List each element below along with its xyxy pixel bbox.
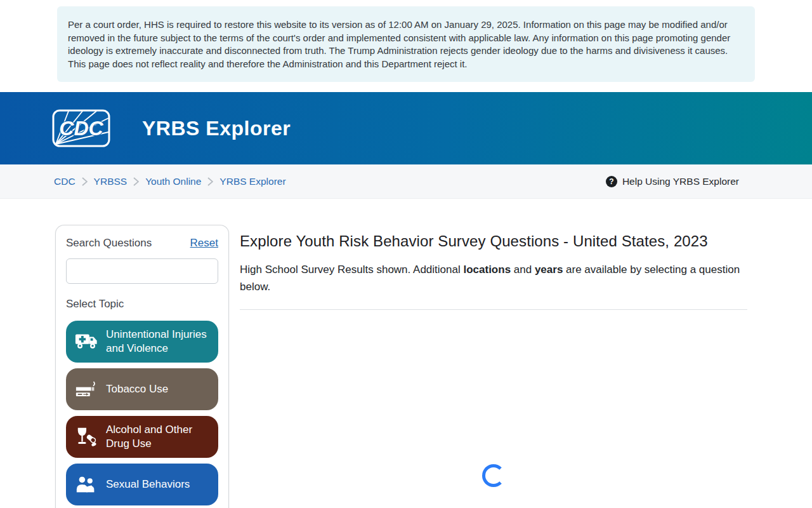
- help-link[interactable]: ? Help Using YRBS Explorer: [606, 176, 739, 187]
- reset-link[interactable]: Reset: [190, 237, 218, 250]
- wine-glass-pill-icon: [74, 426, 100, 448]
- breadcrumb-link-youth-online[interactable]: Youth Online: [145, 176, 201, 187]
- search-questions-label: Search Questions: [66, 237, 152, 250]
- main-subtitle: High School Survey Results shown. Additi…: [240, 261, 747, 295]
- topic-button-label: Tobacco Use: [106, 382, 168, 396]
- app-header: CDC YRBS Explorer: [0, 92, 812, 164]
- topic-button-alcohol-drug-use[interactable]: Alcohol and Other Drug Use: [66, 416, 218, 458]
- help-link-label: Help Using YRBS Explorer: [622, 176, 739, 187]
- search-input[interactable]: [66, 258, 218, 284]
- chevron-right-icon: [82, 177, 88, 186]
- cdc-logo-icon[interactable]: CDC: [52, 109, 110, 147]
- breadcrumb-link-yrbss[interactable]: YRBSS: [94, 176, 128, 187]
- loading-spinner-icon: [482, 464, 505, 487]
- main-title: Explore Youth Risk Behavior Survey Quest…: [240, 232, 747, 250]
- svg-text:CDC: CDC: [59, 117, 103, 140]
- select-topic-label: Select Topic: [66, 298, 218, 311]
- people-icon: [74, 475, 100, 494]
- chevron-right-icon: [207, 177, 213, 186]
- topic-button-label: Unintentional Injuries and Violence: [106, 328, 212, 356]
- main-content: Explore Youth Risk Behavior Survey Quest…: [240, 225, 747, 487]
- question-circle-icon: ?: [606, 176, 617, 187]
- topic-button-label: Sexual Behaviors: [106, 478, 190, 491]
- topic-button-label: Alcohol and Other Drug Use: [106, 423, 212, 451]
- breadcrumb-link-yrbs-explorer[interactable]: YRBS Explorer: [219, 176, 285, 187]
- court-order-banner: Per a court order, HHS is required to re…: [57, 6, 755, 82]
- breadcrumb-bar: CDC YRBSS Youth Online YRBS Explorer ? H…: [0, 164, 812, 199]
- content-area: Search Questions Reset Select Topic: [0, 199, 812, 508]
- search-questions-panel: Search Questions Reset Select Topic: [55, 225, 229, 508]
- ambulance-icon: [74, 332, 100, 351]
- cigarette-icon: [74, 380, 100, 399]
- topic-button-sexual-behaviors[interactable]: Sexual Behaviors: [66, 464, 218, 505]
- page-title: YRBS Explorer: [142, 117, 291, 140]
- court-order-banner-wrap: Per a court order, HHS is required to re…: [0, 0, 812, 82]
- topic-button-tobacco-use[interactable]: Tobacco Use: [66, 368, 218, 410]
- content-divider: [240, 309, 747, 310]
- breadcrumb-link-cdc[interactable]: CDC: [54, 176, 75, 187]
- topic-button-unintentional-injuries[interactable]: Unintentional Injuries and Violence: [66, 321, 218, 363]
- breadcrumb: CDC YRBSS Youth Online YRBS Explorer: [54, 176, 286, 187]
- chevron-right-icon: [133, 177, 139, 186]
